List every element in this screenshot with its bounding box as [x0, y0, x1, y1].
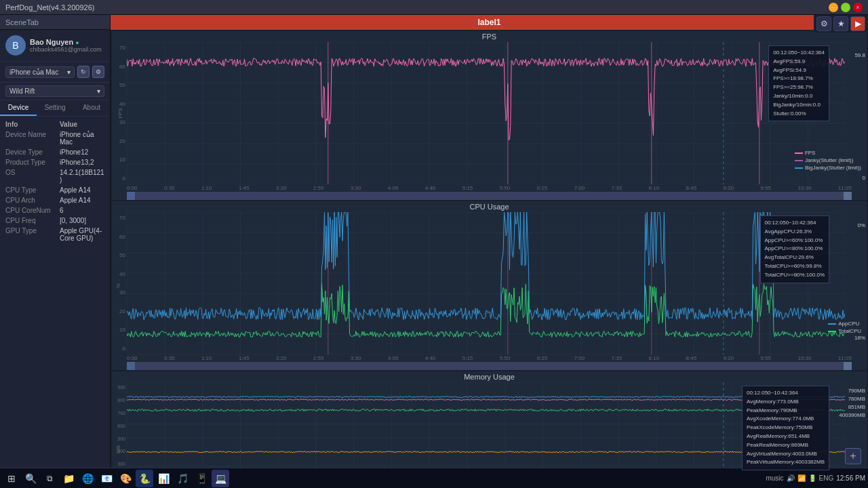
memory-tooltip-real-peak: PeakRealMemory:869MB	[747, 441, 825, 450]
cpu-legend-item-app: AppCPU	[828, 321, 861, 327]
gpu-type-label: GPU Type	[5, 227, 60, 242]
fps-legend-color-fps	[795, 152, 803, 154]
scene-tab[interactable]: SceneTab	[0, 15, 110, 30]
titlebar: PerfDog_Net(v4.3.200926) — □ ×	[0, 0, 868, 15]
info-row-cpu-freq: CPU Freq [0, 3000]	[0, 216, 110, 226]
taskbar-taskview-icon[interactable]: ⧉	[41, 470, 58, 487]
taskbar-tray-icon3[interactable]: 🔋	[808, 474, 816, 482]
memory-chart-inner: 00:12:050~10:42:364 AvgMemory:773.0MB Pe…	[127, 382, 867, 473]
os-value: 14.2.1(18B121)	[60, 169, 104, 184]
app-dropdown-icon: ▾	[97, 87, 100, 95]
cpu-x-axis: 0:000:351:101:452:202:553:304:054:405:15…	[112, 354, 867, 362]
taskbar-paint-icon[interactable]: 🎨	[117, 470, 134, 487]
fps-tooltip-avgi: AvgFPSi:54.9	[773, 66, 825, 75]
fps-legend-color-bigjanky	[795, 167, 803, 169]
close-button[interactable]: ×	[853, 3, 863, 12]
profile-name: Bao Nguyen ●	[30, 38, 102, 46]
fps-legend-color-janky	[795, 160, 803, 161]
titlebar-title: PerfDog_Net(v4.3.200926)	[5, 3, 94, 12]
device-settings-button[interactable]: ⚙	[92, 66, 104, 78]
device-type-value: iPhone12	[60, 148, 104, 156]
cpu-legend-label-total: TotalCPU	[838, 328, 861, 334]
fps-scrollbar-thumb	[127, 192, 852, 200]
app-dropdown[interactable]: Wild Rift ▾	[5, 85, 104, 97]
taskbar-chart-icon[interactable]: 📊	[155, 470, 172, 487]
device-dropdown-icon: ▾	[67, 68, 71, 76]
online-indicator: ●	[75, 39, 79, 46]
add-button[interactable]: +	[845, 448, 861, 464]
record-button[interactable]: ▶	[850, 16, 865, 31]
cpu-tooltip-60: AppCPU>=60%:100.0%	[765, 237, 825, 245]
fps-legend-label-janky: Janky(Stutter (limit))	[805, 157, 854, 163]
taskbar: ⊞ 🔍 ⧉ 📁 🌐 📧 🎨 🐍 📊 🎵 📱 💻 music 🔊 📶 🔋 ENG …	[0, 468, 868, 488]
fps-tooltip-stutter: Stutter:0.00%	[773, 110, 825, 119]
window-controls: — □ ×	[829, 3, 863, 12]
content-area: ⚙ ★ ▶ label1 FPS 70 60 50 40 30 20	[111, 15, 868, 488]
memory-tooltip-xcode-avg: AvgXcodeMemory:774.0MB	[747, 415, 825, 424]
device-name-label: Device Name	[5, 131, 60, 146]
info-row-product-type: Product Type iPhone13,2	[0, 157, 110, 167]
info-row-cpu-arch: CPU Arch Apple A14	[0, 195, 110, 205]
fps-side-value-1: 59.8	[854, 52, 865, 58]
cpu-tooltip-time: 00:12:050~10:42:364	[765, 219, 825, 228]
star-button[interactable]: ★	[833, 16, 848, 31]
tab-device[interactable]: Device	[0, 100, 37, 116]
device-name-value: iPhone của Mac	[60, 131, 104, 146]
taskbar-browser-icon[interactable]: 🌐	[79, 470, 96, 487]
cpu-legend: AppCPU TotalCPU	[828, 321, 861, 334]
fps-legend: FPS Janky(Stutter (limit)) BigJanky(Stut…	[795, 150, 861, 171]
info-row-cpu-cores: CPU CoreNum 6	[0, 205, 110, 216]
fps-scrollbar-left[interactable]	[127, 192, 135, 200]
taskbar-time: 12:56 PM	[836, 474, 865, 482]
taskbar-mail-icon[interactable]: 📧	[98, 470, 115, 487]
taskbar-dev-icon[interactable]: 💻	[212, 470, 229, 487]
taskbar-folder-icon[interactable]: 📁	[60, 470, 77, 487]
memory-chart-container: Memory Usage 900 800 700 600 500 400 300…	[112, 371, 867, 473]
settings-button[interactable]: ⚙	[816, 16, 831, 31]
cpu-arch-value: Apple A14	[60, 197, 104, 204]
taskbar-music-icon[interactable]: 🎵	[174, 470, 191, 487]
tab-setting[interactable]: Setting	[37, 100, 73, 116]
memory-tooltip-time: 00:12:050~10:42:364	[747, 389, 825, 398]
sidebar-tabs: Device Setting About	[0, 100, 110, 117]
app-selector-area: Wild Rift ▾	[0, 83, 110, 100]
fps-tooltip: 00:12:050~10:42:364 AvgFPS:59.9 AvgFPSi:…	[768, 45, 829, 121]
cpu-freq-label: CPU Freq	[5, 217, 60, 224]
cpu-arch-label: CPU Arch	[5, 197, 60, 204]
cpu-scrollbar[interactable]	[127, 362, 852, 370]
taskbar-start-icon[interactable]: ⊞	[3, 470, 20, 487]
gpu-type-value: Apple GPU(4-Core GPU)	[60, 227, 104, 242]
info-row-device-type: Device Type iPhone12	[0, 147, 110, 157]
device-dropdown-value: iPhone của Mac	[9, 68, 58, 76]
fps-tooltip-avg: AvgFPS:59.9	[773, 58, 825, 66]
taskbar-search-icon[interactable]: 🔍	[22, 470, 39, 487]
device-dropdown[interactable]: iPhone của Mac ▾	[5, 66, 75, 78]
fps-scrollbar-right[interactable]	[844, 192, 852, 200]
maximize-button[interactable]: □	[841, 3, 850, 12]
cpu-scrollbar-left[interactable]	[127, 362, 135, 370]
cpu-chart-container: CPU Usage 70 60 50 40 30 20 10 0 %	[112, 201, 867, 370]
fps-legend-item-bigjanky: BigJanky(Stutter (limit))	[795, 165, 861, 171]
info-row-cpu-type: CPU Type Apple A14	[0, 185, 110, 195]
charts-container[interactable]: FPS 70 60 50 40 30 20 10 0 FPS	[111, 30, 868, 473]
app-dropdown-value: Wild Rift	[9, 87, 35, 95]
tab-about[interactable]: About	[73, 100, 110, 116]
main-layout: SceneTab B Bao Nguyen ● chibaoks4561@gma…	[0, 15, 868, 488]
taskbar-lang[interactable]: ENG	[819, 474, 834, 482]
cpu-scrollbar-right[interactable]	[844, 362, 852, 370]
cpu-legend-color-app	[828, 323, 836, 325]
device-refresh-button[interactable]: ↻	[77, 66, 90, 78]
minimize-button[interactable]: —	[829, 3, 838, 12]
memory-tooltip-real-avg: AvgRealMemory:651.4MB	[747, 432, 825, 441]
taskbar-tray-icon1[interactable]: 🔊	[787, 474, 795, 482]
taskbar-music-label: music	[766, 474, 783, 482]
fps-scrollbar[interactable]	[127, 192, 852, 200]
taskbar-tray-icon2[interactable]: 📶	[797, 474, 806, 482]
memory-tooltip-avg: AvgMemory:773.0MB	[747, 398, 825, 407]
cpu-chart-title: CPU Usage	[112, 201, 867, 212]
product-type-value: iPhone13,2	[60, 159, 104, 166]
taskbar-mobile-icon[interactable]: 📱	[193, 470, 210, 487]
memory-y-axis: 900 800 700 600 500 400 300 200 100 0	[112, 382, 127, 473]
label-bar: label1	[111, 15, 868, 30]
taskbar-python-icon[interactable]: 🐍	[136, 470, 153, 487]
